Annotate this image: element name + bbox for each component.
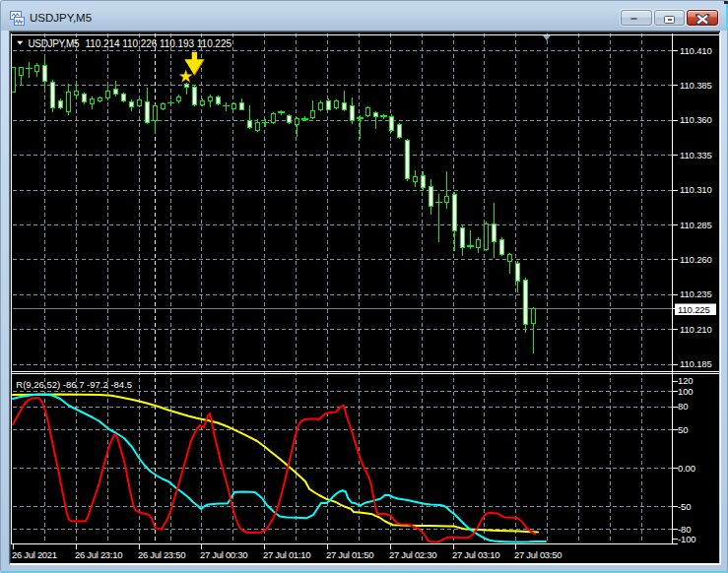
svg-text:26 Jul 2021: 26 Jul 2021	[12, 549, 57, 560]
svg-text:120: 120	[678, 375, 693, 386]
svg-text:26 Jul 23:50: 26 Jul 23:50	[138, 549, 185, 560]
svg-text:100: 100	[678, 386, 693, 397]
svg-text:110.410: 110.410	[680, 45, 712, 56]
svg-text:110.335: 110.335	[680, 150, 712, 160]
svg-text:27 Jul 03:10: 27 Jul 03:10	[452, 549, 499, 560]
svg-text:27 Jul 01:50: 27 Jul 01:50	[326, 549, 373, 560]
svg-text:26 Jul 23:10: 26 Jul 23:10	[75, 549, 122, 560]
svg-text:27 Jul 00:30: 27 Jul 00:30	[200, 549, 247, 560]
svg-text:110.185: 110.185	[680, 358, 712, 369]
svg-text:110.260: 110.260	[680, 254, 712, 265]
svg-text:0.00: 0.00	[678, 463, 695, 474]
svg-text:110.385: 110.385	[680, 80, 712, 91]
svg-text:110.225: 110.225	[678, 304, 710, 315]
svg-text:27 Jul 03:50: 27 Jul 03:50	[514, 549, 562, 560]
svg-text:-50: -50	[678, 501, 691, 512]
svg-text:110.360: 110.360	[680, 114, 712, 125]
svg-text:27 Jul 01:10: 27 Jul 01:10	[263, 549, 310, 560]
svg-text:-100: -100	[678, 534, 695, 544]
svg-text:110.235: 110.235	[680, 288, 712, 299]
svg-text:80: 80	[678, 401, 688, 412]
svg-text:110.210: 110.210	[680, 324, 712, 335]
svg-text:110.310: 110.310	[680, 184, 712, 195]
svg-text:110.214 110.226 110.193 110.22: 110.214 110.226 110.193 110.225	[86, 38, 232, 49]
svg-text:50: 50	[678, 424, 688, 435]
svg-text:27 Jul 02:30: 27 Jul 02:30	[389, 549, 436, 560]
svg-text:110.285: 110.285	[680, 220, 712, 230]
svg-text:R(9,26,52) -86.7 -97.2 -84.5: R(9,26,52) -86.7 -97.2 -84.5	[16, 379, 132, 390]
svg-text:USDJPY,M5: USDJPY,M5	[29, 38, 80, 49]
